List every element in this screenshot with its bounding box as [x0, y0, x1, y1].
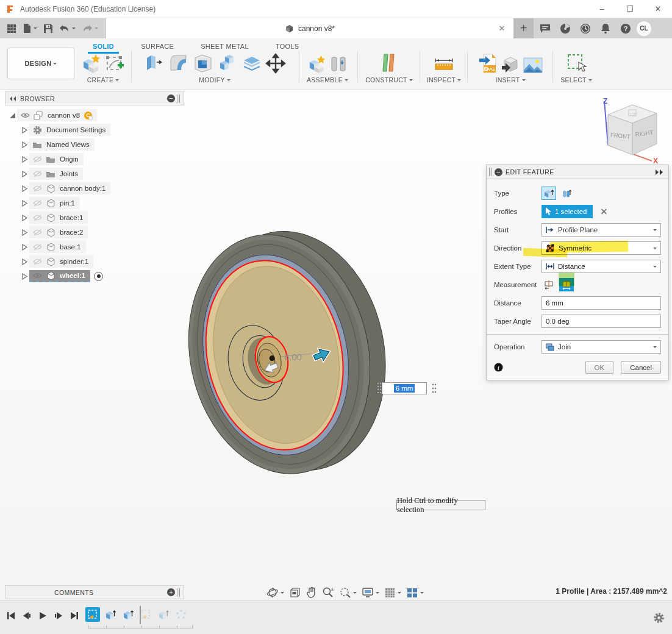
- measure-button[interactable]: [433, 55, 455, 74]
- browser-resize-grip[interactable]: [177, 94, 180, 103]
- combine-button[interactable]: [216, 52, 238, 74]
- extensions-button[interactable]: [555, 18, 575, 38]
- eye-off-icon[interactable]: [32, 200, 43, 207]
- eye-off-icon[interactable]: [32, 258, 43, 265]
- play-button[interactable]: [37, 610, 49, 622]
- view-cube[interactable]: TOP FRONT RIGHT Z X: [595, 96, 669, 165]
- timeline-settings-gear-icon[interactable]: [653, 612, 665, 624]
- move-copy-button[interactable]: [265, 53, 286, 74]
- viewport-3d[interactable]: 6.00 TOP FRONT RIGHT Z X BRO: [0, 90, 672, 600]
- expand-arrow-icon[interactable]: [20, 258, 29, 265]
- select-group-label[interactable]: SELECT: [555, 76, 598, 84]
- step-forward-button[interactable]: [52, 610, 65, 622]
- undo-caret-icon[interactable]: [72, 27, 76, 31]
- help-button[interactable]: ?: [615, 18, 635, 38]
- comments-expand-button[interactable]: +: [167, 588, 175, 596]
- timeline-extrude-1[interactable]: [103, 607, 118, 622]
- job-status-button[interactable]: [575, 18, 595, 38]
- viewports-button[interactable]: [404, 585, 426, 600]
- orbit-button[interactable]: [265, 585, 286, 600]
- eye-off-icon[interactable]: [32, 185, 43, 192]
- user-avatar[interactable]: CL: [637, 21, 651, 36]
- browser-panel-header[interactable]: BROWSER −: [5, 91, 184, 105]
- joint-button[interactable]: [329, 54, 348, 74]
- eye-off-icon[interactable]: [32, 244, 43, 251]
- notifications-button[interactable]: [595, 18, 615, 38]
- eye-icon[interactable]: [20, 112, 30, 118]
- display-caret-icon[interactable]: [376, 592, 379, 596]
- select-button[interactable]: [565, 52, 587, 74]
- tree-item-brace-2[interactable]: brace:2: [20, 226, 88, 239]
- zoom-window-caret-icon[interactable]: [353, 592, 357, 596]
- eye-off-icon[interactable]: [32, 215, 43, 221]
- timeline-component-suppressed[interactable]: [174, 607, 188, 622]
- document-tab-close-button[interactable]: ✕: [496, 24, 507, 33]
- offset-face-button[interactable]: [241, 52, 263, 74]
- create-group-label[interactable]: CREATE: [77, 76, 129, 84]
- zoom-button[interactable]: ±: [320, 585, 336, 600]
- browser-collapse-button[interactable]: −: [167, 94, 175, 102]
- info-icon[interactable]: i: [494, 363, 503, 372]
- timeline-extrude-3-suppressed[interactable]: [156, 607, 171, 622]
- fillet-button[interactable]: [168, 52, 190, 74]
- timeline-extrude-2[interactable]: [121, 607, 135, 622]
- minimize-button[interactable]: –: [588, 0, 616, 18]
- eye-off-icon[interactable]: [32, 171, 43, 177]
- redo-button[interactable]: [79, 20, 101, 37]
- expand-arrow-icon[interactable]: [20, 215, 29, 221]
- insert-derive-button[interactable]: [499, 53, 520, 74]
- profiles-selected-chip[interactable]: 1 selected: [542, 205, 593, 218]
- ok-button[interactable]: OK: [585, 361, 614, 374]
- tree-item-spinder-1[interactable]: spinder:1: [20, 255, 93, 268]
- operation-dropdown[interactable]: Join: [542, 340, 661, 354]
- viewports-caret-icon[interactable]: [420, 592, 424, 596]
- undo-button[interactable]: [56, 20, 79, 37]
- feedback-button[interactable]: [535, 18, 555, 38]
- comments-panel-header[interactable]: COMMENTS +: [5, 585, 184, 599]
- distance-float-input[interactable]: 6 mm: [382, 382, 427, 394]
- tree-item-named-views[interactable]: Named Views: [20, 138, 95, 151]
- extrude-type-solid-button[interactable]: [542, 187, 556, 200]
- wheel-model[interactable]: 6.00: [165, 215, 415, 496]
- go-to-start-button[interactable]: [5, 610, 17, 622]
- look-at-button[interactable]: [287, 585, 303, 600]
- dock-arrows-icon[interactable]: [655, 169, 663, 175]
- expand-arrow-icon[interactable]: [20, 244, 29, 251]
- insert-group-label[interactable]: INSERT: [471, 76, 550, 84]
- edit-feature-header[interactable]: − EDIT FEATURE: [487, 165, 668, 179]
- timeline-position-marker[interactable]: [140, 606, 141, 624]
- input-options-menu[interactable]: [431, 383, 438, 394]
- maximize-button[interactable]: ☐: [616, 0, 644, 18]
- expand-arrow-icon[interactable]: [20, 200, 29, 207]
- clear-selection-button[interactable]: ✕: [600, 207, 607, 216]
- measurement-half-button[interactable]: [542, 278, 556, 291]
- timeline-sketch-1[interactable]: [85, 607, 100, 622]
- document-tab[interactable]: cannon v8* ✕: [106, 18, 513, 38]
- app-grid-button[interactable]: [4, 20, 20, 37]
- extrude-type-thin-button[interactable]: [559, 187, 574, 200]
- dialog-collapse-button[interactable]: −: [495, 168, 502, 176]
- display-settings-button[interactable]: [360, 585, 381, 600]
- start-dropdown[interactable]: Profile Plane: [542, 223, 661, 237]
- extent-type-dropdown[interactable]: Distance: [542, 260, 661, 273]
- close-button[interactable]: ✕: [644, 0, 672, 18]
- file-menu-button[interactable]: [20, 20, 40, 37]
- assemble-new-component-button[interactable]: [307, 54, 327, 74]
- step-back-button[interactable]: [21, 610, 33, 622]
- new-tab-button[interactable]: +: [513, 18, 534, 38]
- shell-button[interactable]: [192, 52, 214, 74]
- eye-off-icon[interactable]: [32, 156, 43, 163]
- measurement-whole-button[interactable]: [559, 278, 574, 291]
- expand-arrow-icon[interactable]: [7, 112, 17, 119]
- tree-item-document-settings[interactable]: Document Settings: [20, 123, 110, 137]
- expand-arrow-icon[interactable]: [20, 273, 29, 280]
- dialog-drag-grip[interactable]: [489, 168, 492, 176]
- pan-button[interactable]: [304, 585, 319, 600]
- workspace-selector[interactable]: DESIGN: [7, 48, 74, 79]
- inspect-group-label[interactable]: INSPECT: [422, 76, 466, 84]
- tree-item-origin[interactable]: Origin: [20, 152, 84, 166]
- tree-item-base-1[interactable]: base:1: [20, 240, 86, 254]
- tree-item-joints[interactable]: Joints: [20, 167, 83, 180]
- tree-item-wheel-1[interactable]: wheel:1: [20, 269, 103, 283]
- zoom-window-button[interactable]: [337, 585, 359, 600]
